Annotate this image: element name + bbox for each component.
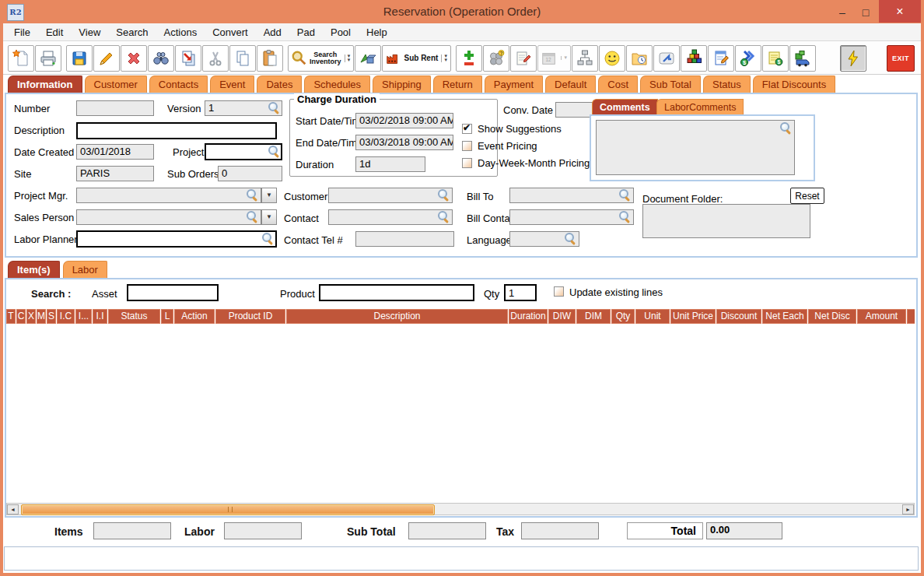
menu-edit[interactable]: Edit [38, 25, 71, 40]
col-unit[interactable]: Unit [635, 309, 670, 324]
tab-comments[interactable]: Comments [592, 99, 658, 115]
col-c[interactable]: C [16, 309, 26, 324]
tab-items[interactable]: Item(s) [8, 261, 60, 279]
save-button[interactable] [66, 45, 93, 72]
project-search-icon[interactable] [268, 146, 280, 157]
maximize-button[interactable]: □ [854, 2, 877, 22]
grid-body[interactable] [6, 325, 915, 502]
sales-person-dropdown-button[interactable]: ▼ [261, 209, 277, 225]
language-search-icon[interactable] [564, 233, 576, 244]
menu-search[interactable]: Search [108, 25, 156, 40]
col-l[interactable]: L [161, 309, 173, 324]
comments-textarea[interactable] [596, 120, 795, 175]
menu-add[interactable]: Add [256, 25, 289, 40]
col-diw[interactable]: DIW [548, 309, 576, 324]
col-description[interactable]: Description [286, 309, 508, 324]
show-suggestions-checkbox[interactable]: ✔ [462, 124, 472, 134]
col-duration[interactable]: Duration [509, 309, 548, 324]
tab-schedules[interactable]: Schedules [304, 76, 370, 93]
project-mgr-search-icon[interactable] [246, 189, 258, 201]
group-items-button[interactable]: ? [483, 45, 509, 72]
bill-to-search-icon[interactable] [618, 189, 631, 201]
customer-field[interactable] [328, 188, 453, 203]
contact-field[interactable] [328, 209, 453, 225]
menu-pool[interactable]: Pool [323, 25, 359, 40]
close-button[interactable]: × [879, 0, 921, 23]
tab-customer[interactable]: Customer [85, 76, 147, 93]
end-datetime-field[interactable]: 03/03/2018 09:00 AM [355, 135, 453, 150]
scroll-left-button[interactable]: ◄ [7, 504, 19, 515]
project-mgr-dropdown-button[interactable]: ▼ [261, 188, 277, 203]
menu-pad[interactable]: Pad [289, 25, 323, 40]
col-partial[interactable] [907, 309, 915, 324]
customer-search-icon[interactable] [437, 189, 450, 201]
shortcut-key-button[interactable] [653, 45, 680, 72]
tab-cost[interactable]: Cost [598, 76, 638, 93]
tab-payment[interactable]: Payment [485, 76, 543, 93]
duration-field[interactable]: 1d [355, 156, 425, 172]
add-remove-button[interactable] [456, 45, 482, 72]
col-dim[interactable]: DIM [576, 309, 611, 324]
menu-view[interactable]: View [71, 25, 108, 40]
tab-shipping[interactable]: Shipping [373, 76, 431, 93]
notes-button[interactable] [510, 45, 537, 72]
quick-action-button[interactable] [840, 45, 866, 72]
tab-information[interactable]: Information [8, 76, 82, 93]
sales-person-field[interactable] [76, 209, 261, 225]
double-dropdown-icon[interactable]: ▼▼ [441, 54, 448, 62]
minimize-button[interactable]: – [831, 2, 854, 22]
tab-status[interactable]: Status [703, 76, 751, 93]
event-pricing-checkbox[interactable] [462, 141, 472, 151]
tab-flat-discounts[interactable]: Flat Discounts [753, 76, 835, 93]
tab-contacts[interactable]: Contacts [149, 76, 208, 93]
col-qty[interactable]: Qty [611, 309, 635, 324]
tab-sub-total[interactable]: Sub Total [640, 76, 701, 93]
bill-contact-search-icon[interactable] [618, 211, 631, 223]
delete-button[interactable] [121, 45, 147, 72]
labor-planner-input[interactable] [76, 230, 277, 248]
col-status[interactable]: Status [108, 309, 160, 324]
project-mgr-field[interactable] [76, 188, 261, 203]
copy-button[interactable] [229, 45, 256, 72]
menu-actions[interactable]: Actions [156, 25, 205, 40]
col-s[interactable]: S [47, 309, 56, 324]
start-datetime-field[interactable]: 03/02/2018 09:00 AM [355, 113, 453, 128]
smiley-button[interactable] [599, 45, 625, 72]
sales-person-search-icon[interactable] [246, 211, 258, 223]
sub-rent-button[interactable]: Sub Rent ▼▼ [382, 45, 451, 72]
labor-planner-search-icon[interactable] [261, 233, 274, 244]
double-dropdown-icon[interactable]: ▼▼ [345, 54, 352, 62]
product-input[interactable] [319, 284, 474, 301]
paste-button[interactable] [257, 45, 283, 72]
shipping-button[interactable] [789, 45, 816, 72]
cubes-button[interactable] [681, 45, 707, 72]
search-inventory-button[interactable]: SearchInventory ▼▼ [288, 45, 354, 72]
description-input[interactable] [76, 122, 277, 139]
comments-search-icon[interactable] [779, 122, 792, 134]
copy-to-button[interactable] [175, 45, 201, 72]
exit-button[interactable]: EXIT [887, 45, 915, 72]
bill-to-field[interactable] [509, 188, 634, 203]
col-t[interactable]: T [6, 309, 16, 324]
day-week-month-pricing-checkbox[interactable] [462, 158, 472, 168]
hscroll-thumb[interactable] [21, 504, 435, 515]
reset-button[interactable]: Reset [790, 188, 824, 204]
col-unit-price[interactable]: Unit Price [670, 309, 716, 324]
cut-button[interactable] [202, 45, 229, 72]
col-ii[interactable]: I.I [93, 309, 107, 324]
edit-notes-button[interactable] [708, 45, 734, 72]
col-net-disc[interactable]: Net Disc [808, 309, 856, 324]
col-x[interactable]: X [26, 309, 36, 324]
col-m[interactable]: M [37, 309, 46, 324]
bill-contact-field[interactable] [509, 209, 634, 225]
col-product-id[interactable]: Product ID [215, 309, 285, 324]
print-button[interactable] [35, 45, 61, 72]
new-document-button[interactable] [8, 45, 34, 72]
col-i-dots[interactable]: I... [75, 309, 92, 324]
tab-event[interactable]: Event [210, 76, 254, 93]
tab-default[interactable]: Default [545, 76, 596, 93]
tab-dates[interactable]: Dates [257, 76, 302, 93]
menu-file[interactable]: File [6, 25, 38, 40]
col-action[interactable]: Action [174, 309, 215, 324]
menu-convert[interactable]: Convert [205, 25, 256, 40]
